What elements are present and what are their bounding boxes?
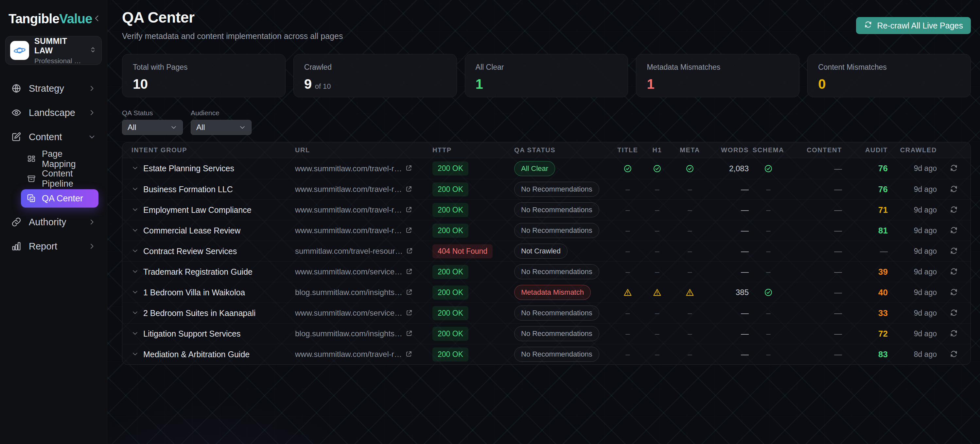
http-cell: 200 OK xyxy=(423,347,505,361)
http-cell: 404 Not Found xyxy=(423,244,505,258)
recrawl-row-button[interactable] xyxy=(950,185,958,194)
row-expand-button[interactable] xyxy=(132,350,139,359)
stat-value: 1 xyxy=(647,76,654,92)
sidebar-item-content[interactable]: Content xyxy=(5,127,102,147)
recrawl-button-label: Re-crawl All Live Pages xyxy=(877,21,963,30)
page-header-text: QA Center Verify metadata and content im… xyxy=(122,8,343,41)
open-url-button[interactable] xyxy=(405,185,412,193)
open-url-button[interactable] xyxy=(405,206,412,214)
intent-group-cell: 1 Bedroom Villa in Waikoloa xyxy=(123,288,286,297)
intent-group-name: Business Formation LLC xyxy=(143,185,233,194)
h1-cell xyxy=(643,164,672,173)
open-url-button[interactable] xyxy=(406,247,413,256)
table-row[interactable]: Business Formation LLCwww.summitlaw.com/… xyxy=(123,179,970,200)
refresh-icon xyxy=(950,164,958,172)
recrawl-row-button[interactable] xyxy=(950,308,958,318)
qa-status-select[interactable]: All xyxy=(122,120,183,135)
eye-icon xyxy=(11,107,22,118)
row-expand-button[interactable] xyxy=(132,330,139,338)
sidebar-item-content-pipeline[interactable]: Content Pipeline xyxy=(21,169,99,188)
row-expand-button[interactable] xyxy=(132,309,139,317)
intent-group-cell: Trademark Registration Guide xyxy=(123,267,286,277)
recrawl-row-button[interactable] xyxy=(950,288,958,297)
words-value: — xyxy=(741,350,749,359)
words-value: — xyxy=(741,246,749,256)
http-cell: 200 OK xyxy=(423,286,505,300)
sidebar-item-landscape[interactable]: Landscape xyxy=(5,103,102,123)
select-value: All xyxy=(196,123,205,132)
open-url-button[interactable] xyxy=(405,227,412,235)
qa-status-badge: No Recommendations xyxy=(514,264,599,279)
table-row[interactable]: Commercial Lease Reviewwww.summitlaw.com… xyxy=(123,220,970,241)
sidebar-item-authority[interactable]: Authority xyxy=(5,212,102,232)
recrawl-row-button[interactable] xyxy=(950,164,958,173)
row-expand-button[interactable] xyxy=(132,247,139,256)
words-value: — xyxy=(741,205,749,214)
edit-icon xyxy=(11,132,22,142)
words-value: 2,083 xyxy=(729,164,749,173)
audience-select[interactable]: All xyxy=(191,120,251,135)
workspace-sort-slot xyxy=(89,46,97,55)
sidebar-item-strategy[interactable]: Strategy xyxy=(5,78,102,98)
title-cell: – xyxy=(613,246,643,256)
row-expand-button[interactable] xyxy=(132,206,139,214)
meta-cell xyxy=(672,164,708,173)
recrawl-row-button[interactable] xyxy=(950,246,958,256)
h1-cell: – xyxy=(643,185,672,194)
sidebar-item-page-mapping[interactable]: Page Mapping xyxy=(21,150,99,168)
sidebar-item-qa-center[interactable]: QA Center xyxy=(21,189,99,208)
schema-cell: – xyxy=(749,350,788,359)
row-expand-button[interactable] xyxy=(132,268,139,276)
table-row[interactable]: Trademark Registration Guidewww.summitla… xyxy=(123,261,970,282)
qa-status-badge: Metadata Mismatch xyxy=(514,285,591,300)
recrawl-row-button[interactable] xyxy=(950,329,958,339)
row-expand-button[interactable] xyxy=(132,227,139,235)
schema-cell: – xyxy=(749,246,788,256)
column-header-content: Content xyxy=(788,146,842,154)
open-url-button[interactable] xyxy=(406,330,413,338)
meta-cell: – xyxy=(672,226,708,235)
actions-cell xyxy=(937,350,970,359)
row-expand-button[interactable] xyxy=(132,185,139,193)
table-row[interactable]: Mediation & Arbitration Guidewww.summitl… xyxy=(123,344,970,364)
intent-group-cell: Litigation Support Services xyxy=(123,329,286,339)
actions-cell xyxy=(937,185,970,194)
table-row[interactable]: Estate Planning Serviceswww.summitlaw.co… xyxy=(123,158,970,179)
warning-triangle-icon xyxy=(652,288,662,297)
table-row[interactable]: Contract Review Servicessummitlaw.com/tr… xyxy=(123,241,970,261)
recrawl-row-button[interactable] xyxy=(950,205,958,215)
row-expand-button[interactable] xyxy=(132,289,139,297)
recrawl-all-button[interactable]: Re-crawl All Live Pages xyxy=(856,17,971,34)
table-row[interactable]: 1 Bedroom Villa in Waikoloablog.summitla… xyxy=(123,282,970,303)
crawled-cell: 8d ago xyxy=(888,350,937,359)
refresh-icon xyxy=(950,246,958,255)
recrawl-row-button[interactable] xyxy=(950,267,958,277)
audit-cell: 72 xyxy=(842,329,888,339)
open-url-button[interactable] xyxy=(405,350,412,359)
title-cell xyxy=(613,164,643,173)
filters-row: QA StatusAllAudienceAll xyxy=(122,109,971,135)
content-cell: — xyxy=(788,329,842,338)
open-url-button[interactable] xyxy=(406,289,413,297)
stat-value-suffix: of 10 xyxy=(315,82,331,91)
sidebar-item-label: Page Mapping xyxy=(42,149,92,169)
workspace-switcher[interactable]: SUMMIT LAW Professional Servi… xyxy=(5,36,102,65)
table-row[interactable]: 2 Bedroom Suites in Kaanapaliwww.summitl… xyxy=(123,303,970,323)
chevron-down-icon xyxy=(170,124,177,131)
row-expand-button[interactable] xyxy=(132,165,139,172)
url-cell: summitlaw.com/travel-resour… xyxy=(286,246,423,256)
http-cell: 200 OK xyxy=(423,203,505,217)
stat-value-row: 10 xyxy=(133,76,275,92)
h1-empty-dash: – xyxy=(655,226,659,235)
sidebar-collapse-button[interactable] xyxy=(92,14,102,24)
recrawl-row-button[interactable] xyxy=(950,350,958,359)
open-url-button[interactable] xyxy=(406,268,413,276)
recrawl-row-button[interactable] xyxy=(950,226,958,235)
table-row[interactable]: Employment Law Compliancewww.summitlaw.c… xyxy=(123,200,970,220)
open-url-button[interactable] xyxy=(406,309,413,317)
sidebar-item-report[interactable]: Report xyxy=(5,236,102,256)
open-url-button[interactable] xyxy=(405,165,412,172)
actions-cell xyxy=(937,226,970,235)
table-row[interactable]: Litigation Support Servicesblog.summitla… xyxy=(123,323,970,344)
column-header-meta: Meta xyxy=(672,146,708,154)
